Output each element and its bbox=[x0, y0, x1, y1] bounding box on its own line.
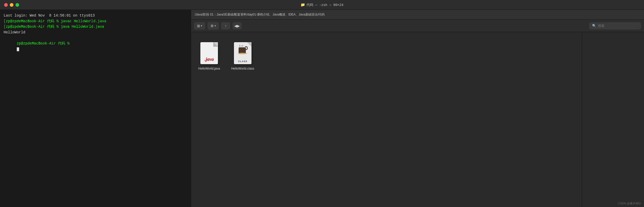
search-icon: 🔍 bbox=[592, 24, 596, 28]
terminal-line-2: [zp@zpdeMacBook-Air 代码 % javac HelloWorl… bbox=[4, 19, 187, 24]
terminal-cursor bbox=[17, 47, 19, 51]
terminal-line-5: zp@zpdeMacBook-Air 代码 % bbox=[4, 35, 187, 58]
class-label: CLASS bbox=[238, 60, 247, 63]
terminal-line-4: HelloWorld bbox=[4, 30, 187, 35]
terminal-prompt: zp@zpdeMacBook-Air 代码 % bbox=[17, 41, 69, 46]
finder-right-column bbox=[582, 32, 644, 207]
gear-icon: ⚙ bbox=[210, 24, 214, 28]
cup-handle bbox=[245, 46, 248, 50]
steam-2 bbox=[241, 45, 241, 47]
cup-saucer bbox=[238, 53, 247, 54]
file-item-java[interactable]: .java HelloWorld.java bbox=[196, 40, 222, 72]
class-file-name: HelloWorld.class bbox=[231, 67, 254, 71]
file-item-class[interactable]: CLASS HelloWorld.class bbox=[230, 40, 256, 72]
finder-path-bar: /Java/阶段 01：JavaSE基础/配套资料/day01-课程介绍、Jav… bbox=[191, 10, 644, 20]
terminal-pane: Last login: Wed Nov 8 14:56:01 on ttys01… bbox=[0, 10, 191, 207]
grid-arrow: ▾ bbox=[201, 24, 202, 27]
grid-icon: ⊞ bbox=[197, 24, 200, 28]
main-content: Last login: Wed Nov 8 14:56:01 on ttys01… bbox=[0, 10, 644, 207]
title-bar: 📁 代码 — -zsh — 80×24 bbox=[0, 0, 644, 10]
finder-toolbar: ⊞ ▾ ⚙ ▾ ↑ ◀▶ 🔍 bbox=[191, 20, 644, 32]
java-file-name: HelloWorld.java bbox=[198, 67, 220, 71]
share-button[interactable]: ↑ bbox=[221, 23, 230, 29]
finder-path-text: /Java/阶段 01：JavaSE基础/配套资料/day01-课程介绍、Jav… bbox=[195, 12, 325, 17]
preview-icon: ◀▶ bbox=[234, 24, 240, 28]
steam-decoration bbox=[239, 45, 243, 47]
terminal-line-3: [zp@zpdeMacBook-Air 代码 % java HelloWorld… bbox=[4, 24, 187, 30]
steam-3 bbox=[242, 45, 243, 47]
java-icon-body: .java bbox=[200, 42, 218, 64]
grid-view-button[interactable]: ⊞ ▾ bbox=[194, 23, 205, 29]
traffic-lights bbox=[0, 3, 19, 7]
minimize-button[interactable] bbox=[10, 3, 13, 7]
steam-1 bbox=[239, 45, 240, 47]
title-text: 代码 — -zsh — 80×24 bbox=[307, 3, 343, 7]
view-toggle-group: ⊞ ▾ bbox=[194, 22, 205, 29]
class-file-icon: CLASS bbox=[232, 41, 253, 65]
watermark: CSDN @魔术师iD bbox=[618, 202, 641, 205]
share-icon: ↑ bbox=[225, 24, 227, 28]
settings-group: ⚙ ▾ bbox=[208, 22, 219, 29]
java-file-icon: .java bbox=[199, 41, 219, 65]
search-input[interactable] bbox=[598, 24, 631, 28]
settings-arrow: ▾ bbox=[215, 24, 216, 27]
coffee-cup-icon bbox=[238, 45, 248, 54]
search-bar: 🔍 bbox=[589, 23, 641, 29]
close-button[interactable] bbox=[4, 3, 8, 7]
class-icon-body: CLASS bbox=[234, 42, 252, 64]
terminal-line-1: Last login: Wed Nov 8 14:56:01 on ttys01… bbox=[4, 13, 187, 19]
java-badge-text: .java bbox=[205, 57, 214, 62]
window-title: 📁 代码 — -zsh — 80×24 bbox=[301, 3, 343, 7]
settings-button[interactable]: ⚙ ▾ bbox=[208, 23, 218, 29]
maximize-button[interactable] bbox=[15, 3, 19, 7]
folder-icon: 📁 bbox=[301, 3, 305, 7]
finder-files-area: .java HelloWorld.java bbox=[191, 32, 582, 207]
preview-button[interactable]: ◀▶ bbox=[233, 23, 241, 29]
finder-pane: /Java/阶段 01：JavaSE基础/配套资料/day01-课程介绍、Jav… bbox=[191, 10, 644, 207]
